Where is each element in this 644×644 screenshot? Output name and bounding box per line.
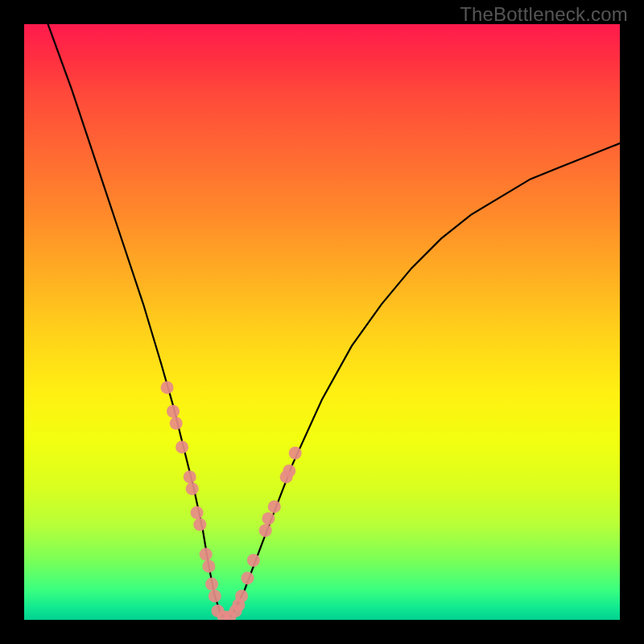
data-marker bbox=[247, 554, 260, 567]
data-marker bbox=[175, 440, 188, 453]
data-marker bbox=[283, 464, 295, 477]
plot-area bbox=[24, 24, 620, 620]
bottleneck-curve bbox=[48, 24, 620, 620]
curve-svg bbox=[24, 24, 620, 620]
data-marker bbox=[242, 572, 254, 584]
chart-container: TheBottleneck.com bbox=[0, 0, 644, 644]
data-marker bbox=[289, 447, 302, 460]
data-marker bbox=[262, 512, 275, 525]
data-marker bbox=[186, 482, 199, 495]
data-marker bbox=[268, 500, 281, 513]
data-markers bbox=[161, 381, 302, 620]
data-marker bbox=[193, 518, 206, 531]
data-marker bbox=[161, 381, 174, 394]
data-marker bbox=[184, 470, 196, 483]
data-marker bbox=[208, 589, 221, 602]
data-marker bbox=[235, 589, 248, 602]
data-marker bbox=[167, 405, 180, 418]
data-marker bbox=[170, 417, 183, 430]
watermark-label: TheBottleneck.com bbox=[460, 3, 628, 26]
data-marker bbox=[259, 524, 272, 537]
data-marker bbox=[200, 548, 213, 561]
data-marker bbox=[205, 578, 218, 591]
data-marker bbox=[191, 506, 204, 519]
data-marker bbox=[202, 559, 215, 572]
